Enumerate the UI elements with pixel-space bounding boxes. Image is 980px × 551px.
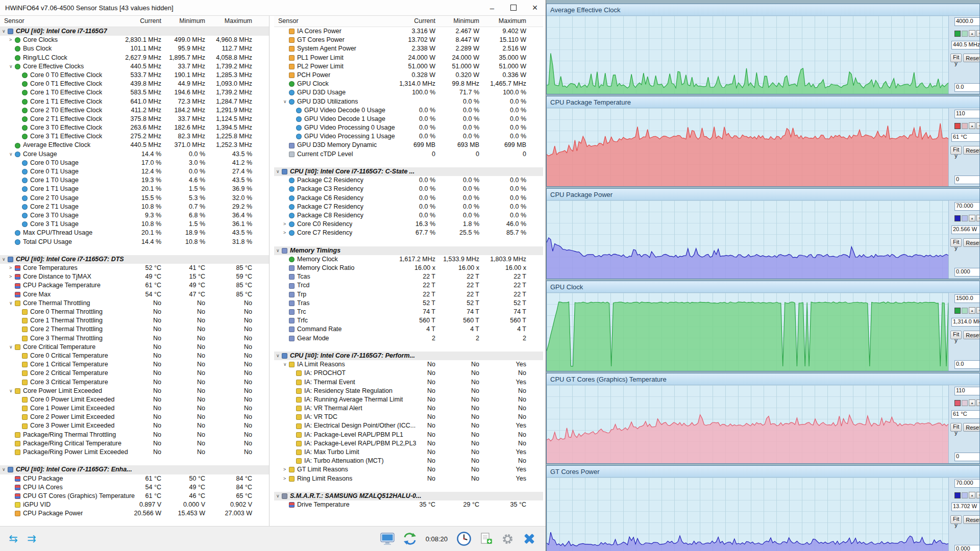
column-header-minimum[interactable]: Minimum [437, 16, 479, 27]
sensor-row[interactable]: Package/Ring Power Limit ExceededNoNoNo [0, 448, 269, 457]
sensor-row[interactable]: GPU D3D Usage100.0 %71.7 %100.0 % [274, 88, 543, 97]
series-color-swatch[interactable] [954, 215, 961, 221]
maximize-button[interactable] [503, 0, 524, 15]
sensor-row[interactable]: Core 3 T1 Effective Clock275.2 MHz82.3 M… [0, 132, 269, 141]
logging-report-button[interactable] [479, 532, 493, 546]
series-color-swatch[interactable] [954, 31, 961, 37]
sensor-row[interactable]: PL2 Power Limit51.000 W51.000 W51.000 W [274, 62, 543, 71]
sensor-row[interactable]: ∨Core Usage14.4 %0.0 %43.5 % [0, 150, 269, 159]
sensor-group-header[interactable]: ∨CPU [#0]: Intel Core i7-1165G7: C-State… [274, 167, 543, 176]
sensor-row[interactable]: GPU Video Processing 1 Usage0.0 %0.0 %0.… [274, 132, 543, 141]
sensor-row[interactable]: Core 3 T0 Usage9.3 %6.8 %36.4 % [0, 211, 269, 220]
sensor-row[interactable]: Core 0 T0 Usage17.0 %3.0 %41.2 % [0, 159, 269, 167]
sensor-row[interactable]: IA: Electrical Design Point/Other (ICC..… [274, 421, 543, 430]
expand-icon[interactable]: > [283, 229, 289, 237]
sensor-row[interactable]: Bus Clock101.1 MHz95.9 MHz112.7 MHz [0, 44, 269, 53]
collapse-icon[interactable]: ∨ [283, 360, 289, 369]
sensor-row[interactable]: >Core Distance to TjMAX49 °C15 °C59 °C [0, 272, 269, 281]
sensor-row[interactable]: Core 0 Thermal ThrottlingNoNoNo [0, 308, 269, 316]
sensor-row[interactable]: Core 2 T1 Usage10.8 %0.7 %29.2 % [0, 203, 269, 211]
swap-panels-button[interactable]: ⇆ [4, 530, 22, 547]
sensor-row[interactable]: GPU Video Decode 0 Usage0.0 %0.0 %0.0 % [274, 106, 543, 115]
sensor-row[interactable]: Tcas22 T22 T22 T [274, 272, 543, 281]
sensor-row[interactable]: Core 1 Thermal ThrottlingNoNoNo [0, 316, 269, 325]
sensor-row[interactable]: Core 0 Power Limit ExceededNoNoNo [0, 395, 269, 404]
sensor-row[interactable]: Gear Mode222 [274, 334, 543, 343]
sensor-row[interactable]: Drive Temperature35 °C29 °C35 °C [274, 500, 543, 509]
sensor-row[interactable]: >Core C0 Residency16.3 %1.8 %46.0 % [274, 220, 543, 229]
sensor-group-header[interactable]: ∨CPU [#0]: Intel Core i7-1165G7 [0, 27, 269, 36]
fit-y-button[interactable]: Fit y [950, 331, 962, 339]
fill-color-swatch[interactable] [962, 123, 968, 129]
sensor-row[interactable]: GPU Clock1,314.0 MHz99.8 MHz1,465.7 MHz [274, 80, 543, 88]
sensor-row[interactable]: IA: Package-Level RAPL/PBM PL2,PL3NoNoNo [274, 439, 543, 448]
collapse-icon[interactable]: ∨ [9, 343, 15, 352]
fit-y-button[interactable]: Fit y [950, 54, 962, 62]
expand-icon[interactable]: > [9, 36, 15, 44]
series-color-swatch[interactable] [954, 123, 961, 129]
sensor-row[interactable]: PCH Power0.328 W0.320 W0.336 W [274, 71, 543, 80]
sensor-row[interactable]: Core 3 Critical TemperatureNoNoNo [0, 378, 269, 387]
fit-y-button[interactable]: Fit y [950, 146, 962, 155]
reset-button[interactable]: Reset [963, 146, 979, 155]
sensor-group-header[interactable]: ∨CPU [#0]: Intel Core i7-1165G7: Perform… [274, 352, 543, 360]
sensor-row[interactable]: Trc74 T74 T74 T [274, 308, 543, 316]
collapse-icon[interactable]: ∨ [2, 465, 8, 474]
series-color-swatch[interactable] [954, 308, 961, 314]
column-header-maximum[interactable]: Maximum [207, 16, 252, 27]
fill-color-swatch[interactable] [962, 308, 968, 314]
sensor-row[interactable]: CPU Package Temperature61 °C49 °C85 °C [0, 281, 269, 290]
sensor-row[interactable]: Tras52 T52 T52 T [274, 299, 543, 308]
sensor-row[interactable]: Package C2 Residency0.0 %0.0 %0.0 % [274, 176, 543, 185]
sensor-row[interactable]: ∨Core Power Limit ExceededNoNoNo [0, 387, 269, 395]
sensor-row[interactable]: ∨Core Thermal ThrottlingNoNoNo [0, 299, 269, 308]
expand-icon[interactable]: > [9, 264, 15, 272]
collapse-icon[interactable]: ∨ [283, 97, 289, 106]
collapse-icon[interactable]: ∨ [276, 246, 282, 255]
column-header-current[interactable]: Current [113, 16, 161, 27]
collapse-icon[interactable]: ∨ [9, 387, 15, 395]
collapse-icon[interactable]: ∨ [9, 62, 15, 71]
scale-down-button[interactable]: ▾ [976, 399, 979, 406]
series-color-swatch[interactable] [954, 492, 961, 498]
collapse-icon[interactable]: ∨ [276, 167, 282, 176]
fill-color-swatch[interactable] [962, 492, 968, 498]
sensor-row[interactable]: >Core C7 Residency67.7 %25.5 %85.7 % [274, 229, 543, 237]
scale-up-button[interactable]: ▴ [969, 492, 975, 498]
sensor-row[interactable]: GPU Video Decode 1 Usage0.0 %0.0 %0.0 % [274, 115, 543, 123]
collapse-icon[interactable]: ∨ [276, 492, 282, 500]
sensor-row[interactable]: Trfc560 T560 T560 T [274, 316, 543, 325]
settings-button[interactable] [501, 532, 514, 546]
sensor-row[interactable]: Core 0 T1 Effective Clock439.8 MHz44.9 M… [0, 80, 269, 88]
sensor-row[interactable]: Core 1 Critical TemperatureNoNoNo [0, 360, 269, 369]
scale-down-button[interactable]: ▾ [976, 492, 979, 498]
fit-y-button[interactable]: Fit y [950, 238, 962, 247]
sensor-row[interactable]: Package C6 Residency0.0 %0.0 %0.0 % [274, 194, 543, 203]
sensor-row[interactable]: Core Max54 °C47 °C85 °C [0, 290, 269, 299]
expand-icon[interactable]: > [283, 465, 289, 474]
sensor-row[interactable]: CPU Package Power20.566 W15.453 W27.003 … [0, 509, 269, 518]
collapse-icon[interactable]: ∨ [2, 27, 8, 36]
scale-up-button[interactable]: ▴ [969, 30, 975, 37]
sensor-row[interactable]: Memory Clock Ratio16.00 x16.00 x16.00 x [274, 264, 543, 272]
sensor-row[interactable]: Package C7 Residency0.0 %0.0 %0.0 % [274, 203, 543, 211]
series-color-swatch[interactable] [954, 400, 961, 406]
sensor-row[interactable]: Package C3 Residency0.0 %0.0 %0.0 % [274, 185, 543, 193]
collapse-icon[interactable]: ∨ [276, 352, 282, 360]
sensor-row[interactable]: >Ring Limit ReasonsNoNoYes [274, 474, 543, 483]
sensor-row[interactable]: Core 2 T0 Effective Clock411.2 MHz184.2 … [0, 106, 269, 115]
scale-down-button[interactable]: ▾ [976, 307, 979, 314]
sensor-row[interactable]: Max CPU/Thread Usage20.1 %18.9 %43.5 % [0, 229, 269, 237]
fit-y-button[interactable]: Fit y [950, 515, 962, 524]
close-sensors-button[interactable] [522, 532, 536, 546]
sensor-row[interactable]: IA: Running Average Thermal LimitNoNoNo [274, 395, 543, 404]
sensor-row[interactable]: IA: Package-Level RAPL/PBM PL1NoNoNo [274, 431, 543, 439]
reset-button[interactable]: Reset [963, 515, 979, 524]
sensor-row[interactable]: IA: VR Thermal AlertNoNoNo [274, 404, 543, 413]
collapse-icon[interactable]: ∨ [9, 150, 15, 159]
reset-button[interactable]: Reset [963, 238, 979, 247]
sensor-row[interactable]: iGPU VID0.897 V0.000 V0.902 V [0, 500, 269, 509]
sensor-row[interactable]: Core 0 T1 Usage12.4 %0.0 %27.4 % [0, 167, 269, 176]
sensor-row[interactable]: IA: Max Turbo LimitNoNoYes [274, 448, 543, 457]
close-button[interactable]: × [524, 0, 546, 15]
